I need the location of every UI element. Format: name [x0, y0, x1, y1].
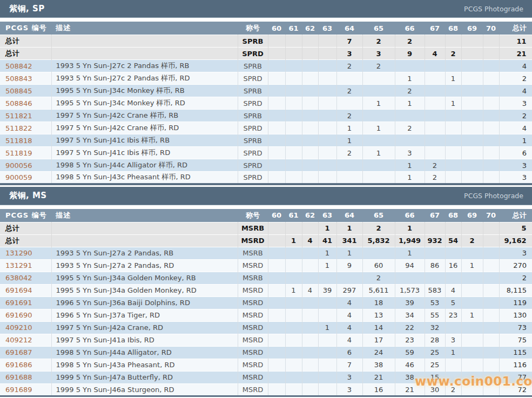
cell-total: 72: [499, 383, 532, 396]
column-header-grade-60: 60: [268, 209, 285, 222]
cell-grade-61: [285, 110, 302, 122]
pcgs-number-link[interactable]: 131290: [5, 249, 32, 257]
cell-pcgs-number: 691687: [0, 346, 51, 359]
pcgs-number-link[interactable]: 900059: [5, 173, 32, 181]
pcgs-number-link[interactable]: 131291: [5, 261, 32, 269]
pcgs-number-link[interactable]: 508843: [5, 75, 32, 83]
column-header-grade-70: 70: [483, 22, 499, 35]
cell-grade-62: [302, 48, 318, 60]
cell-pcgs-number: 508845: [0, 85, 51, 97]
cell-description: 1997 5 Yn Sun-J42c Crane 样币, RD: [51, 122, 238, 134]
cell-grade-60: [268, 284, 285, 296]
cell-grade-69: [461, 35, 483, 48]
cell-grade-60: [268, 35, 285, 48]
pcgs-number-link[interactable]: 691689: [5, 386, 32, 394]
pcgs-number-link[interactable]: 511818: [5, 137, 32, 145]
cell-grade-62: [302, 134, 318, 147]
cell-designation: MSRD: [238, 284, 268, 296]
cell-grade-67: 30: [425, 383, 445, 396]
pcgs-number-link[interactable]: 511822: [5, 124, 32, 132]
pcgs-number-link[interactable]: 691690: [5, 311, 32, 319]
section-title: 紫铜, SP: [9, 4, 45, 14]
cell-grade-70: [483, 122, 499, 134]
pcgs-number-link[interactable]: 638042: [5, 274, 32, 282]
cell-grade-69: [461, 296, 483, 309]
cell-grade-67: 2: [425, 172, 445, 184]
cell-grade-70: [483, 172, 499, 184]
pcgs-number-link[interactable]: 691688: [5, 373, 32, 381]
cell-grade-61: [285, 48, 302, 60]
cell-grade-60: [268, 222, 285, 234]
cell-grade-65: 24: [362, 346, 395, 359]
cell-designation: MSRD: [238, 309, 268, 321]
column-header-grade-62: 62: [302, 22, 318, 35]
pcgs-number-link[interactable]: 900056: [5, 161, 32, 170]
pcgs-number-link[interactable]: 508846: [5, 99, 32, 107]
cell-pcgs-number: 总计: [0, 234, 51, 247]
column-header-designation: 称号: [238, 22, 268, 35]
cell-grade-60: [268, 234, 285, 247]
cell-grade-63: [318, 60, 336, 72]
pcgs-number-link[interactable]: 409210: [5, 323, 32, 332]
cell-designation: SPRB: [238, 85, 268, 97]
cell-grade-63: 1: [318, 259, 336, 272]
cell-grade-66: [395, 60, 425, 72]
cell-pcgs-number: 总计: [0, 48, 51, 60]
cell-grade-68: [445, 60, 461, 72]
cell-designation: MSRD: [238, 334, 268, 346]
totals-row: 总计SPRB72211: [0, 35, 532, 48]
table-row: 6916871998 5 Yn Sun-J44a Alligator, RDMS…: [0, 346, 532, 359]
cell-description: 1998 5 Yn Sun-J43c Pheasant 样币, RD: [51, 172, 238, 184]
column-header-grade-68: 68: [445, 22, 461, 35]
cell-grade-68: 1: [445, 72, 461, 85]
cell-pcgs-number: 691691: [0, 296, 51, 309]
table-row: 5088431993 5 Yn Sun-J27c 2 Pandas 样币, RD…: [0, 72, 532, 85]
pcgs-number-link[interactable]: 409212: [5, 336, 32, 344]
cell-grade-64: 1: [336, 134, 362, 147]
cell-grade-70: [483, 234, 499, 247]
cell-description: 1995 5 Yn Sun-J34c Monkey 样币, RB: [51, 85, 238, 97]
cell-pcgs-number: 691694: [0, 284, 51, 296]
cell-total: 4: [499, 122, 532, 134]
cell-description: 1996 5 Yn Sun-J37a Tiger, RD: [51, 309, 238, 321]
pcgs-number-link[interactable]: 691687: [5, 348, 32, 356]
page: { "watermark": "www.coin001.com", "color…: [0, 0, 532, 398]
cell-grade-60: [268, 272, 285, 284]
pcgs-number-link[interactable]: 508845: [5, 87, 32, 95]
cell-grade-68: 2: [445, 48, 461, 60]
pcgs-photograde-link[interactable]: PCGS Photograde: [464, 192, 523, 200]
cell-grade-60: [268, 321, 285, 334]
cell-grade-63: [318, 48, 336, 60]
cell-grade-64: 341: [336, 234, 362, 247]
cell-grade-62: [302, 334, 318, 346]
pcgs-number-link[interactable]: 691686: [5, 361, 32, 369]
cell-grade-64: 7: [336, 359, 362, 371]
cell-grade-65: [362, 172, 395, 184]
cell-grade-70: [483, 159, 499, 172]
pcgs-photograde-link[interactable]: PCGS Photograde: [464, 5, 523, 13]
cell-grade-62: [302, 309, 318, 321]
table-row: 5088421993 5 Yn Sun-J27c 2 Pandas 样币, RB…: [0, 60, 532, 72]
cell-grade-60: [268, 259, 285, 272]
cell-grade-62: [302, 346, 318, 359]
cell-grade-67: 583: [425, 284, 445, 296]
pcgs-number-link[interactable]: 511819: [5, 149, 32, 157]
cell-designation: SPRB: [238, 35, 268, 48]
cell-grade-65: 14: [362, 321, 395, 334]
cell-grade-67: 86: [425, 259, 445, 272]
cell-grade-67: 32: [425, 321, 445, 334]
column-header-grade-65: 65: [362, 209, 395, 222]
cell-designation: MSRB: [238, 247, 268, 259]
pcgs-number-link[interactable]: 691694: [5, 286, 32, 294]
table-row: 9000591998 5 Yn Sun-J43c Pheasant 样币, RD…: [0, 172, 532, 184]
cell-grade-64: [336, 72, 362, 85]
cell-total: 21: [499, 48, 532, 60]
cell-grade-70: [483, 85, 499, 97]
cell-grade-62: [302, 85, 318, 97]
cell-grade-66: 1: [395, 247, 425, 259]
cell-grade-66: 9: [395, 48, 425, 60]
pcgs-number-link[interactable]: 508842: [5, 62, 32, 70]
column-header-grade-68: 68: [445, 209, 461, 222]
pcgs-number-link[interactable]: 691691: [5, 299, 32, 307]
pcgs-number-link[interactable]: 511821: [5, 112, 32, 120]
